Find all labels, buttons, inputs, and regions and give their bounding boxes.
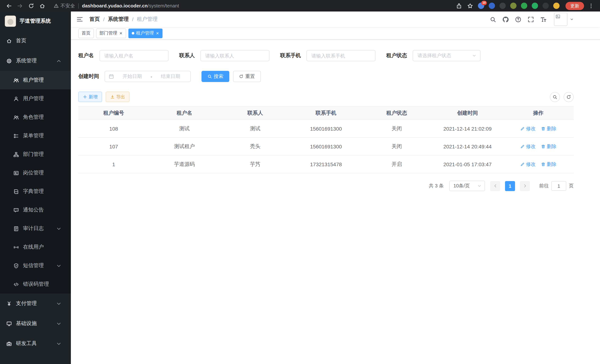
tab-dept-management[interactable]: 部门管理×	[96, 28, 126, 38]
tenant-name-input[interactable]	[99, 50, 169, 61]
sidebar-item-label: 租户管理	[23, 77, 44, 84]
trash-icon	[541, 162, 545, 166]
status-select[interactable]: 请选择租户状态	[412, 50, 480, 61]
search-button[interactable]: 搜索	[201, 71, 229, 82]
sidebar-item-payment-management[interactable]: 支付管理	[0, 293, 71, 314]
sidebar-item-menu-management[interactable]: 菜单管理	[0, 127, 71, 145]
chevron-down-icon	[570, 18, 574, 21]
sidebar-item-audit-log[interactable]: 审计日志	[0, 219, 71, 238]
page-size-select[interactable]: 10条/页	[449, 181, 485, 191]
sidebar-item-dept-management[interactable]: 部门管理	[0, 145, 71, 164]
sidebar-item-sms-management[interactable]: 短信管理	[0, 256, 71, 275]
browser-actions: 10 更新	[453, 2, 597, 10]
page-unit-label: 页	[569, 183, 574, 189]
app: 芋道管理系统 首页系统管理租户管理用户管理角色管理菜单管理部门管理岗位管理字典管…	[0, 11, 600, 364]
sidebar-item-post-management[interactable]: 岗位管理	[0, 164, 71, 182]
column-header-phone: 联系手机	[291, 106, 361, 120]
bookmark-star-icon[interactable]	[467, 3, 473, 9]
extension-icon[interactable]	[521, 3, 527, 9]
filter-row-2: 创建时间 开始日期 - 结束日期 搜索 重置	[78, 71, 574, 82]
filter-phone: 联系手机	[280, 50, 375, 61]
address-bar[interactable]: 不安全 dashboard.yudao.iocoder.cn /system/t…	[54, 2, 179, 9]
sidebar-item-online-users[interactable]: 在线用户	[0, 238, 71, 256]
edit-link[interactable]: 修改	[520, 143, 536, 150]
contact-input[interactable]	[200, 50, 269, 61]
sidebar-item-label: 角色管理	[23, 114, 44, 121]
extension-icon[interactable]	[499, 3, 506, 9]
extension-icon[interactable]: 10	[478, 3, 484, 9]
cell-created: 2021-12-14 21:02:09	[432, 120, 503, 138]
page-size-value: 10条/页	[453, 183, 470, 189]
extension-icon[interactable]	[532, 3, 538, 9]
browser-update-button[interactable]: 更新	[565, 2, 584, 10]
add-button[interactable]: 新增	[78, 92, 102, 102]
tab-tenant-management[interactable]: 租户管理×	[128, 28, 162, 38]
tab-home[interactable]: 首页	[78, 28, 94, 38]
sidebar-item-error-code-management[interactable]: 错误码管理	[0, 275, 71, 293]
edit-link[interactable]: 修改	[520, 125, 536, 132]
next-page-button[interactable]	[520, 181, 530, 191]
browser-reload-icon[interactable]	[28, 3, 34, 9]
delete-link[interactable]: 删除	[541, 161, 556, 168]
sidebar-item-tenant-management[interactable]: 租户管理	[0, 71, 71, 89]
extension-icon[interactable]	[489, 3, 495, 9]
page-number-1[interactable]: 1	[505, 181, 515, 191]
extension-icon[interactable]	[543, 3, 549, 9]
extension-icon[interactable]	[553, 3, 560, 9]
reset-button[interactable]: 重置	[233, 71, 261, 82]
cell-phone: 15601691300	[291, 138, 361, 155]
prev-page-button[interactable]	[490, 181, 500, 191]
hamburger-icon[interactable]	[76, 16, 83, 23]
sidebar-item-system-management[interactable]: 系统管理	[0, 51, 71, 71]
sidebar-item-user-management[interactable]: 用户管理	[0, 89, 71, 108]
help-icon[interactable]	[515, 16, 521, 22]
chevron-down-icon	[56, 321, 62, 326]
tenant-name-label: 租户名	[78, 52, 94, 59]
github-icon[interactable]	[502, 16, 509, 22]
refresh-table-button[interactable]	[564, 92, 574, 102]
close-icon[interactable]: ×	[119, 31, 123, 36]
logo-row: 芋道管理系统	[0, 11, 71, 31]
table-row: 108测试测试15601691300关闭2021-12-14 21:02:09修…	[78, 120, 574, 138]
calendar-icon	[109, 74, 114, 79]
cell-tenant-name: 测试	[149, 120, 220, 138]
sidebar-item-notice-announcement[interactable]: 通知公告	[0, 201, 71, 219]
goto-page: 前往 页	[539, 181, 574, 191]
font-size-icon[interactable]	[540, 16, 547, 22]
list-icon	[13, 133, 19, 139]
breadcrumb-home[interactable]: 首页	[89, 16, 100, 23]
delete-link[interactable]: 删除	[541, 125, 556, 132]
breadcrumb-system[interactable]: 系统管理	[108, 16, 129, 23]
date-range-picker[interactable]: 开始日期 - 结束日期	[105, 71, 191, 82]
toggle-search-button[interactable]	[550, 92, 560, 102]
sidebar-item-label: 岗位管理	[23, 169, 44, 176]
sidebar-item-dict-management[interactable]: 字典管理	[0, 182, 71, 201]
table-row: 107测试租户秃头15601691300关闭2021-12-14 20:49:4…	[78, 138, 574, 155]
search-icon	[207, 74, 212, 79]
user-avatar-dropdown[interactable]	[554, 13, 574, 26]
sidebar-item-label: 基础设施	[16, 320, 37, 327]
gear-icon	[6, 58, 12, 64]
edit-link[interactable]: 修改	[520, 161, 536, 168]
close-icon[interactable]: ×	[156, 31, 159, 36]
export-button[interactable]: 导出	[106, 92, 130, 102]
browser-menu-icon[interactable]	[588, 3, 594, 9]
fullscreen-icon[interactable]	[528, 16, 534, 22]
active-tab-dot	[131, 32, 134, 35]
browser-forward-icon[interactable]	[17, 3, 23, 9]
share-icon[interactable]	[456, 3, 462, 9]
browser-home-icon[interactable]	[39, 3, 45, 9]
goto-page-input[interactable]	[551, 181, 566, 191]
sidebar-item-home[interactable]: 首页	[0, 31, 71, 51]
money-icon	[6, 301, 12, 306]
cell-tenant-id: 1	[78, 155, 149, 173]
browser-back-icon[interactable]	[6, 3, 12, 9]
delete-link[interactable]: 删除	[541, 143, 556, 150]
extension-icon[interactable]	[510, 3, 516, 9]
sidebar-item-role-management[interactable]: 角色管理	[0, 108, 71, 127]
table-header-row: 租户编号 租户名 联系人 联系手机 租户状态 创建时间 操作	[78, 106, 574, 120]
phone-input[interactable]	[307, 50, 375, 61]
sidebar-item-infrastructure[interactable]: 基础设施	[0, 314, 71, 334]
sidebar-item-dev-tools[interactable]: 研发工具	[0, 334, 71, 354]
header-search-icon[interactable]	[490, 16, 496, 22]
